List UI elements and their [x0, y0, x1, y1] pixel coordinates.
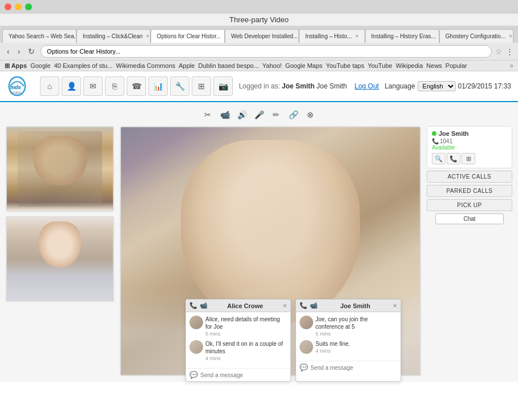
bookmark-youtube[interactable]: YouTube [367, 62, 392, 69]
titlebar [0, 0, 518, 14]
active-calls-btn[interactable]: ACTIVE CALLS [427, 171, 512, 183]
bookmark-dublin[interactable]: Dublin based bespo... [198, 62, 258, 69]
tab-0[interactable]: Yahoo Search – Web Sea... × [2, 29, 76, 43]
chat-btn[interactable]: Chat [435, 213, 504, 224]
bookmark-40examples[interactable]: 40 Examples of stu... [54, 62, 113, 69]
tab-1[interactable]: Installing – Click&Clean × [76, 29, 151, 43]
bookmark-icon[interactable]: ☆ [495, 47, 503, 56]
alice-input-icon: 💬 [189, 371, 198, 379]
browser-chrome: Three-party Video Yahoo Search – Web Sea… [0, 0, 518, 71]
video-area: ✂ 📹 🔊 🎤 ✏ 🔗 ⊗ [0, 102, 518, 382]
panel-grid-btn[interactable]: ⊞ [462, 153, 475, 164]
joe-video-icon[interactable]: 📹 [310, 302, 318, 309]
panel-call-btn[interactable]: 📞 [447, 153, 460, 164]
cut-btn[interactable]: ✂ [201, 108, 215, 122]
video-thumb-woman[interactable] [6, 216, 114, 302]
logo-icon: mds amiba [7, 75, 35, 98]
panel-user-name: Joe Smith [439, 130, 469, 137]
forward-button[interactable]: › [15, 46, 23, 57]
chat-header-icons-alice: 📞 📹 [189, 302, 208, 309]
phone-icon-btn[interactable]: ☎ [127, 76, 146, 96]
home-icon-btn[interactable]: ⌂ [40, 76, 59, 96]
language-label: Language [385, 82, 415, 90]
bookmark-google[interactable]: Google [30, 62, 50, 69]
bookmark-news[interactable]: News [426, 62, 442, 69]
chat-title-alice: Alice Crowe [227, 302, 263, 309]
chat-window-alice: 📞 📹 Alice Crowe × Alice, need details of… [185, 299, 291, 382]
camera-icon-btn[interactable]: 📷 [213, 76, 233, 96]
alice-msg-text-2: Ok, I'll send it on in a couple of minut… [205, 340, 287, 355]
language-select[interactable]: English [418, 81, 456, 91]
chat-title-joe: Joe Smith [340, 302, 370, 309]
chat-msg-alice-2: Ok, I'll send it on in a couple of minut… [189, 340, 287, 361]
joe-chat-close[interactable]: × [392, 302, 397, 309]
contacts-icon-btn[interactable]: 👤 [62, 76, 81, 96]
tab-3[interactable]: Web Developer Installed... × [225, 29, 299, 43]
tab-3-label: Web Developer Installed... [231, 33, 298, 39]
bookmarks-bar: ⊞ Apps Google 40 Examples of stu... Wiki… [0, 60, 518, 71]
tab-4-close[interactable]: × [355, 33, 359, 39]
header-user-name-text: Joe Smith [317, 82, 347, 90]
menu-icon[interactable]: ⋮ [506, 47, 513, 56]
alice-chat-close[interactable]: × [282, 302, 287, 309]
bookmark-wiki[interactable]: Wikipedia [396, 62, 423, 69]
alice-phone-icon[interactable]: 📞 [189, 302, 197, 309]
chat-msg-joe-1: Joe, can you join the conference at 5 5 … [300, 316, 397, 337]
joe-chat-input[interactable] [310, 365, 397, 371]
tab-2[interactable]: Options for Clear Histor... × [151, 29, 225, 43]
svg-text:amiba: amiba [10, 91, 21, 95]
bookmark-popular[interactable]: Popular [446, 62, 467, 69]
logout-link[interactable]: Log Out [354, 82, 379, 90]
tab-2-label: Options for Clear Histor... [157, 33, 221, 39]
volume-btn[interactable]: 🔊 [235, 108, 249, 122]
mic-btn[interactable]: 🎤 [252, 108, 266, 122]
tab-4[interactable]: Installing – Histo... × [299, 29, 365, 43]
grid-icon-btn[interactable]: ⊞ [192, 76, 211, 96]
settings-icon-btn[interactable]: 🔧 [170, 76, 189, 96]
apps-bookmark[interactable]: ⊞ Apps [5, 62, 27, 70]
tab-6-close[interactable]: × [509, 33, 512, 39]
address-input[interactable] [41, 45, 492, 58]
tab-2-close[interactable]: × [224, 33, 225, 39]
header-info: Logged in as: Joe Smith Joe Smith Log Ou… [239, 81, 511, 91]
parked-calls-btn[interactable]: PARKED CALLS [427, 185, 512, 197]
minimize-btn[interactable] [15, 3, 22, 10]
maximize-btn[interactable] [25, 3, 32, 10]
bookmark-gmaps[interactable]: Google Maps [285, 62, 322, 69]
refresh-button[interactable]: ↻ [26, 46, 37, 57]
back-button[interactable]: ‹ [5, 46, 12, 57]
chat-header-alice: 📞 📹 Alice Crowe × [186, 300, 290, 312]
chart-icon-btn[interactable]: 📊 [148, 76, 168, 96]
mail-icon-btn[interactable]: ✉ [83, 76, 103, 96]
close-video-btn[interactable]: ⊗ [303, 108, 317, 122]
joe-msg-text-1: Joe, can you join the conference at 5 [315, 316, 397, 330]
alice-msg-content-2: Ok, I'll send it on in a couple of minut… [205, 340, 287, 361]
bookmark-apple[interactable]: Apple [179, 62, 195, 69]
tab-5[interactable]: Installing – History Eras... × [365, 29, 439, 43]
link-btn[interactable]: 🔗 [286, 108, 300, 122]
panel-search-btn[interactable]: 🔍 [432, 153, 446, 164]
alice-avatar-2 [189, 340, 203, 354]
tab-1-close[interactable]: × [146, 33, 149, 39]
joe-msg-text-2: Suits me fine. [315, 340, 397, 348]
joe-phone-icon[interactable]: 📞 [300, 302, 307, 309]
bookmark-wikimedia[interactable]: Wikimedia Commons [116, 62, 175, 69]
bookmark-yahoo[interactable]: Yahoo! [262, 62, 282, 69]
edit-btn[interactable]: ✏ [269, 108, 283, 122]
alice-video-icon[interactable]: 📹 [200, 302, 208, 309]
bookmarks-more[interactable]: » [509, 62, 513, 70]
close-btn[interactable] [5, 3, 11, 10]
alice-avatar-img-2 [189, 340, 203, 354]
alice-chat-input[interactable] [200, 372, 287, 378]
alice-msg-time-2: 4 mins [205, 356, 287, 361]
tab-6[interactable]: Ghostery Configuratio... × [439, 29, 513, 43]
joe-avatar-1 [300, 316, 313, 329]
pick-up-btn[interactable]: PICK UP [427, 199, 512, 211]
camera-toggle-btn[interactable]: 📹 [218, 108, 232, 122]
joe-msg-content-1: Joe, can you join the conference at 5 5 … [315, 316, 397, 337]
chat-header-icons-joe: 📞 📹 [300, 302, 318, 309]
bookmark-yttaps[interactable]: YouTube taps [326, 62, 364, 69]
panel-search-row: 🔍 📞 ⊞ [432, 153, 507, 164]
copy-icon-btn[interactable]: ⎘ [105, 76, 124, 96]
video-thumb-man[interactable] [6, 126, 114, 212]
